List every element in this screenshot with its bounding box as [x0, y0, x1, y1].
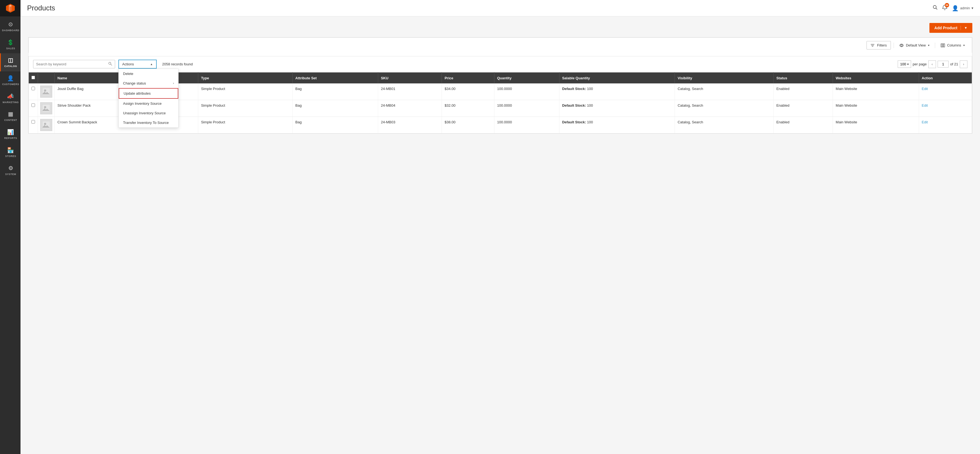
- row-price: $38.00: [442, 117, 494, 134]
- user-name: admin: [960, 6, 970, 10]
- row-quantity: 100.0000: [494, 100, 559, 117]
- action-delete[interactable]: Delete: [119, 69, 178, 78]
- col-status[interactable]: Status: [773, 72, 833, 84]
- row-websites: Main Website: [833, 117, 919, 134]
- row-websites: Main Website: [833, 100, 919, 117]
- row-checkbox[interactable]: [32, 87, 35, 90]
- col-websites[interactable]: Websites: [833, 72, 919, 84]
- select-all-checkbox[interactable]: [32, 76, 35, 79]
- prev-page-button[interactable]: ‹: [928, 61, 936, 68]
- row-sku: 24-MB01: [378, 83, 442, 100]
- sidebar-item-content[interactable]: ▦ CONTENT: [0, 107, 21, 125]
- col-checkbox: [29, 72, 38, 84]
- view-button[interactable]: Default View ▾: [897, 41, 932, 49]
- col-action: Action: [919, 72, 972, 84]
- col-attribute-set[interactable]: Attribute Set: [293, 72, 378, 84]
- catalog-icon: ◫: [8, 57, 13, 64]
- user-avatar-icon: 👤: [952, 5, 959, 11]
- action-transfer-inventory-label: Transfer Inventory To Source: [123, 121, 169, 125]
- columns-button[interactable]: Columns ▾: [938, 41, 967, 49]
- notifications-button[interactable]: 39: [942, 5, 947, 11]
- prev-icon: ‹: [932, 62, 933, 66]
- row-edit-link[interactable]: Edit: [922, 120, 928, 124]
- sidebar-item-catalog[interactable]: ◫ CATALOG: [0, 53, 21, 72]
- svg-rect-7: [941, 44, 942, 47]
- page-content: Add Product ▼ Filters: [21, 16, 980, 454]
- header-actions: 39 👤 admin ▾: [933, 5, 974, 11]
- row-salable-qty: Default Stock: 100: [559, 100, 675, 117]
- page-number-input[interactable]: [938, 61, 948, 68]
- row-salable-qty: Default Stock: 100: [559, 117, 675, 134]
- add-product-button[interactable]: Add Product ▼: [929, 23, 972, 33]
- product-thumbnail: [40, 102, 52, 114]
- magento-logo: [0, 0, 21, 16]
- salable-qty-value: 100: [587, 104, 593, 107]
- action-transfer-inventory[interactable]: Transfer Inventory To Source: [119, 118, 178, 127]
- row-thumbnail-cell: [38, 100, 55, 117]
- next-page-button[interactable]: ›: [960, 61, 967, 68]
- row-checkbox-cell: [29, 100, 38, 117]
- svg-line-11: [111, 64, 112, 65]
- row-edit-link[interactable]: Edit: [922, 104, 928, 107]
- salable-qty-label: Default Stock:: [562, 104, 586, 107]
- add-product-dropdown-arrow[interactable]: ▼: [961, 26, 967, 30]
- row-status: Enabled: [773, 117, 833, 134]
- search-button[interactable]: [933, 5, 938, 11]
- col-type[interactable]: Type: [198, 72, 293, 84]
- per-page-label: per page: [913, 62, 927, 66]
- sidebar-item-label: MARKETING: [3, 101, 19, 104]
- sidebar-item-reports[interactable]: 📊 REPORTS: [0, 125, 21, 143]
- row-thumbnail-cell: [38, 83, 55, 100]
- col-price[interactable]: Price: [442, 72, 494, 84]
- sidebar-item-customers[interactable]: 👤 CUSTOMERS: [0, 72, 21, 89]
- products-table-wrapper: Filters Default View ▾: [28, 37, 972, 134]
- search-input[interactable]: [36, 62, 108, 66]
- action-change-status[interactable]: Change status ›: [119, 78, 178, 88]
- row-type: Simple Product: [198, 100, 293, 117]
- per-page-arrow-icon: ▾: [907, 63, 908, 65]
- action-delete-label: Delete: [123, 72, 134, 76]
- view-dropdown-icon: ▾: [928, 44, 929, 47]
- sidebar-item-dashboard[interactable]: ⊙ DASHBOARD: [0, 18, 21, 35]
- system-icon: ⚙: [8, 165, 13, 172]
- salable-qty-value: 100: [587, 87, 593, 91]
- search-box: [33, 60, 115, 68]
- sidebar-item-sales[interactable]: 💲 SALES: [0, 35, 21, 54]
- sidebar-item-label: CUSTOMERS: [2, 83, 19, 86]
- row-checkbox[interactable]: [32, 120, 35, 124]
- action-update-attributes[interactable]: Update attributes: [119, 88, 178, 99]
- col-visibility[interactable]: Visibility: [675, 72, 773, 84]
- row-edit-link[interactable]: Edit: [922, 87, 928, 91]
- add-product-label: Add Product: [934, 26, 961, 30]
- row-quantity: 100.0000: [494, 83, 559, 100]
- action-assign-inventory[interactable]: Assign Inventory Source: [119, 99, 178, 108]
- col-quantity[interactable]: Quantity: [494, 72, 559, 84]
- col-salable-qty[interactable]: Salable Quantity: [559, 72, 675, 84]
- action-unassign-inventory[interactable]: Unassign Inventory Source: [119, 108, 178, 118]
- search-actions-bar: Actions ▲ Delete Change status › U: [29, 56, 972, 72]
- action-unassign-inventory-label: Unassign Inventory Source: [123, 111, 166, 115]
- row-checkbox-cell: [29, 83, 38, 100]
- filter-bar: Filters Default View ▾: [29, 37, 972, 53]
- per-page-select[interactable]: 100 ▾: [898, 61, 911, 68]
- row-action: Edit: [919, 100, 972, 117]
- col-sku[interactable]: SKU: [378, 72, 442, 84]
- row-sku: 24-MB03: [378, 117, 442, 134]
- actions-button[interactable]: Actions ▲: [118, 60, 157, 68]
- sidebar-item-label: CONTENT: [5, 119, 17, 122]
- sidebar: ⊙ DASHBOARD 💲 SALES ◫ CATALOG 👤 CUSTOMER…: [0, 0, 21, 454]
- search-icon[interactable]: [108, 62, 112, 67]
- row-action: Edit: [919, 117, 972, 134]
- sidebar-item-marketing[interactable]: 📣 MARKETING: [0, 89, 21, 107]
- salable-qty-value: 100: [587, 120, 593, 124]
- sidebar-item-stores[interactable]: 🏪 STORES: [0, 143, 21, 161]
- row-checkbox[interactable]: [32, 104, 35, 107]
- row-visibility: Catalog, Search: [675, 100, 773, 117]
- sidebar-item-system[interactable]: ⚙ SYSTEM: [0, 161, 21, 179]
- filters-button[interactable]: Filters: [867, 41, 891, 49]
- stores-icon: 🏪: [7, 147, 14, 154]
- row-sku: 24-MB04: [378, 100, 442, 117]
- sidebar-item-label: DASHBOARD: [2, 29, 19, 32]
- page-of-label: of 21: [950, 62, 958, 66]
- user-menu[interactable]: 👤 admin ▾: [952, 5, 974, 11]
